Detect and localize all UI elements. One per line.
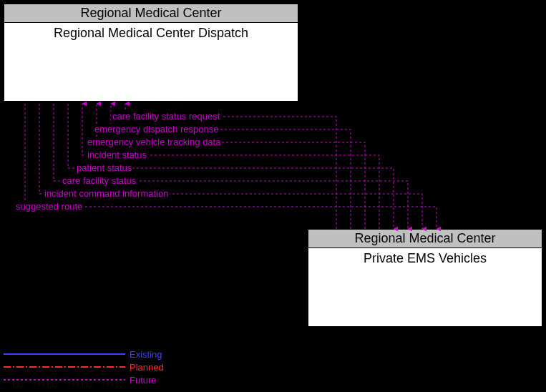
flow-incident-status[interactable]: incident status [86, 150, 148, 160]
legend-existing-label: Existing [130, 349, 162, 360]
legend: Existing Planned Future [4, 348, 164, 386]
legend-future-line [4, 375, 125, 385]
node-ems-title: Private EMS Vehicles [308, 248, 542, 326]
legend-planned: Planned [4, 361, 164, 373]
legend-existing-line [4, 349, 125, 359]
node-dispatch-header: Regional Medical Center [4, 4, 298, 23]
legend-planned-line [4, 362, 125, 372]
legend-existing: Existing [4, 348, 164, 361]
flow-emergency-dispatch-response[interactable]: emergency dispatch response [93, 124, 220, 134]
node-ems-header: Regional Medical Center [308, 230, 542, 248]
flow-patient-status[interactable]: patient status [75, 162, 133, 173]
node-dispatch-title: Regional Medical Center Dispatch [4, 23, 298, 101]
flow-incident-command-information[interactable]: incident command information [43, 188, 170, 199]
legend-future-label: Future [130, 375, 157, 386]
diagram-canvas: Regional Medical Center Regional Medical… [0, 0, 546, 392]
legend-planned-label: Planned [130, 362, 164, 373]
legend-future: Future [4, 373, 164, 386]
flow-care-facility-status[interactable]: care facility status [61, 175, 137, 186]
node-ems[interactable]: Regional Medical Center Private EMS Vehi… [308, 229, 542, 327]
node-dispatch[interactable]: Regional Medical Center Regional Medical… [4, 4, 298, 102]
flow-care-facility-status-request[interactable]: care facility status request [111, 111, 221, 122]
flow-suggested-route[interactable]: suggested route [14, 201, 84, 212]
flow-emergency-vehicle-tracking-data[interactable]: emergency vehicle tracking data [86, 137, 222, 147]
